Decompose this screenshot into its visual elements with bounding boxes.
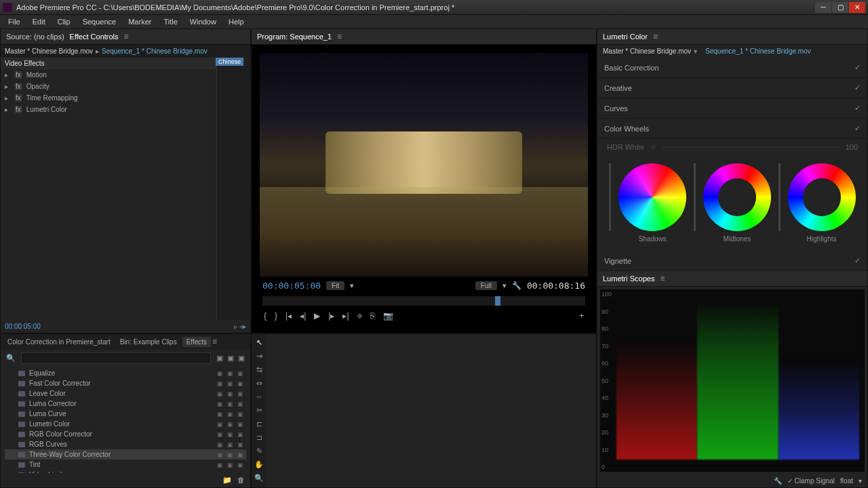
mark-in-button[interactable]: { <box>264 311 267 321</box>
mark-out-button[interactable]: } <box>275 311 277 321</box>
selection-tool[interactable]: ↖ <box>254 338 264 348</box>
slide-tool[interactable]: ⊐ <box>254 433 264 443</box>
menu-clip[interactable]: Clip <box>52 16 76 27</box>
hand-tool[interactable]: ✋ <box>254 460 264 470</box>
scopes-display[interactable]: 100 90 80 70 60 50 40 30 20 10 0 <box>600 289 865 472</box>
hdr-slider-handle[interactable]: ○ <box>651 143 656 151</box>
section-vignette[interactable]: Vignette✓ <box>597 251 867 271</box>
new-bin-icon[interactable]: 📁 <box>222 476 232 485</box>
effect-item[interactable]: Tint▣▣▣ <box>5 460 246 470</box>
effect-item[interactable]: RGB Color Corrector▣▣▣ <box>5 429 246 439</box>
ec-row-opacity[interactable]: ▸fxOpacity↺ <box>1 81 250 92</box>
effects-search-input[interactable] <box>21 352 211 364</box>
clamp-signal[interactable]: Clamp Signal <box>795 477 835 485</box>
pen-tool[interactable]: ✎ <box>254 447 264 456</box>
fit-dropdown[interactable]: Fit <box>326 281 344 290</box>
program-timecode[interactable]: 00:00:05:00 <box>262 281 321 291</box>
ec-sequence[interactable]: Sequence_1 * Chinese Bridge.mov <box>102 47 208 55</box>
panel-menu-icon[interactable]: ≡ <box>212 337 217 347</box>
menu-marker[interactable]: Marker <box>123 16 157 27</box>
step-back-button[interactable]: ◂| <box>300 311 306 321</box>
extract-button[interactable]: ⎘ <box>370 311 375 321</box>
tab-lumetri-color[interactable]: Lumetri Color <box>603 33 648 41</box>
section-color-wheels[interactable]: Color Wheels✓ <box>597 119 867 139</box>
resolution-dropdown[interactable]: Full <box>475 281 497 290</box>
razor-tool[interactable]: ✂ <box>254 406 264 415</box>
go-to-out-button[interactable]: ▸| <box>342 311 349 321</box>
chevron-down-icon[interactable]: ▾ <box>350 281 354 290</box>
effect-item[interactable]: Equalize▣▣▣ <box>5 368 246 378</box>
hdr-slider[interactable] <box>663 146 839 148</box>
menu-sequence[interactable]: Sequence <box>77 16 122 27</box>
check-icon[interactable]: ✓ <box>854 83 861 92</box>
highlights-luma-slider[interactable] <box>778 163 781 231</box>
check-icon[interactable]: ✓ <box>854 63 861 72</box>
rolling-edit-tool[interactable]: ⇔ <box>254 379 264 388</box>
lum-sequence[interactable]: Sequence_1 * Chinese Bridge.mov <box>705 47 811 55</box>
export-frame-button[interactable]: 📷 <box>383 311 393 321</box>
section-curves[interactable]: Curves✓ <box>597 98 867 119</box>
filter-accelerated-icon[interactable]: ▣ <box>216 354 223 363</box>
chevron-down-icon[interactable]: ▾ <box>694 47 697 55</box>
filter-yuv-icon[interactable]: ▣ <box>238 354 245 363</box>
tab-lumetri-scopes[interactable]: Lumetri Scopes <box>603 274 654 283</box>
hdr-value[interactable]: 100 <box>846 143 858 151</box>
midtones-wheel[interactable] <box>703 163 771 231</box>
ripple-edit-tool[interactable]: ⇆ <box>254 365 264 375</box>
wrench-icon[interactable]: 🔧 <box>774 477 782 485</box>
slip-tool[interactable]: ⊏ <box>254 420 264 429</box>
panel-menu-icon[interactable]: ≡ <box>337 32 342 41</box>
menu-title[interactable]: Title <box>158 16 182 27</box>
ec-row-motion[interactable]: ▸fxMotion↺ <box>1 69 250 81</box>
menu-edit[interactable]: Edit <box>27 16 51 27</box>
trash-icon[interactable]: 🗑 <box>237 476 245 485</box>
play-button[interactable]: ▶ <box>314 311 320 321</box>
panel-menu-icon[interactable]: ≡ <box>653 32 658 41</box>
effect-item[interactable]: Leave Color▣▣▣ <box>5 388 246 399</box>
tab-source[interactable]: Source: (no clips) <box>6 33 64 41</box>
menu-window[interactable]: Window <box>184 16 222 27</box>
chevron-down-icon[interactable]: ▾ <box>502 281 507 290</box>
close-button[interactable]: ✕ <box>849 2 865 13</box>
section-basic-correction[interactable]: Basic Correction✓ <box>597 58 867 78</box>
panel-menu-icon[interactable]: ≡ <box>660 274 665 283</box>
ec-timecode[interactable]: 00:00:05:00 <box>5 323 41 330</box>
check-icon[interactable]: ✓ <box>854 256 861 265</box>
program-scrubber[interactable] <box>262 296 585 306</box>
shadows-wheel[interactable] <box>618 163 686 231</box>
effect-item[interactable]: Lumetri Color▣▣▣ <box>5 419 246 429</box>
panel-menu-icon[interactable]: ≡ <box>124 32 129 41</box>
tab-program[interactable]: Program: Sequence_1 <box>257 33 332 41</box>
menu-help[interactable]: Help <box>223 16 250 27</box>
tab-effect-controls[interactable]: Effect Controls <box>70 33 119 41</box>
shadows-luma-slider[interactable] <box>609 163 611 231</box>
tab-bin[interactable]: Bin: Example Clips <box>116 337 181 347</box>
tab-project[interactable]: Color Correction in Premiere_start <box>3 337 115 347</box>
midtones-luma-slider[interactable] <box>694 163 696 231</box>
effect-item[interactable]: Three-Way Color Corrector▣▣▣ <box>5 449 246 460</box>
section-creative[interactable]: Creative✓ <box>597 78 867 98</box>
menu-file[interactable]: File <box>3 16 26 27</box>
highlights-wheel[interactable] <box>788 163 856 231</box>
maximize-button[interactable]: ▢ <box>832 2 848 13</box>
step-forward-button[interactable]: |▸ <box>328 311 334 321</box>
button-editor[interactable]: + <box>579 311 584 321</box>
effect-item[interactable]: Luma Corrector▣▣▣ <box>5 399 246 409</box>
program-viewer[interactable] <box>260 53 588 277</box>
ec-row-lumetri-color[interactable]: ▸fxLumetri Color↺ <box>1 104 250 115</box>
tab-effects[interactable]: Effects <box>182 337 211 347</box>
go-to-in-button[interactable]: |◂ <box>285 311 292 321</box>
effect-item[interactable]: RGB Curves▣▣▣ <box>5 439 246 449</box>
effect-item[interactable]: Fast Color Corrector▣▣▣ <box>5 378 246 388</box>
ec-row-time-remapping[interactable]: ▸fxTime Remapping <box>1 92 250 104</box>
filter-32bit-icon[interactable]: ▣ <box>227 354 234 363</box>
chevron-down-icon[interactable]: ▾ <box>859 477 862 485</box>
float-dropdown[interactable]: float <box>840 477 853 485</box>
track-select-tool[interactable]: ⇥ <box>254 352 264 361</box>
effect-item[interactable]: Luma Curve▣▣▣ <box>5 409 246 419</box>
check-icon[interactable]: ✓ <box>854 124 861 133</box>
lift-button[interactable]: ⎆ <box>357 311 362 321</box>
check-icon[interactable]: ✓ <box>854 104 861 113</box>
rate-stretch-tool[interactable]: ↔ <box>254 392 264 402</box>
zoom-tool[interactable]: 🔍 <box>254 474 264 483</box>
